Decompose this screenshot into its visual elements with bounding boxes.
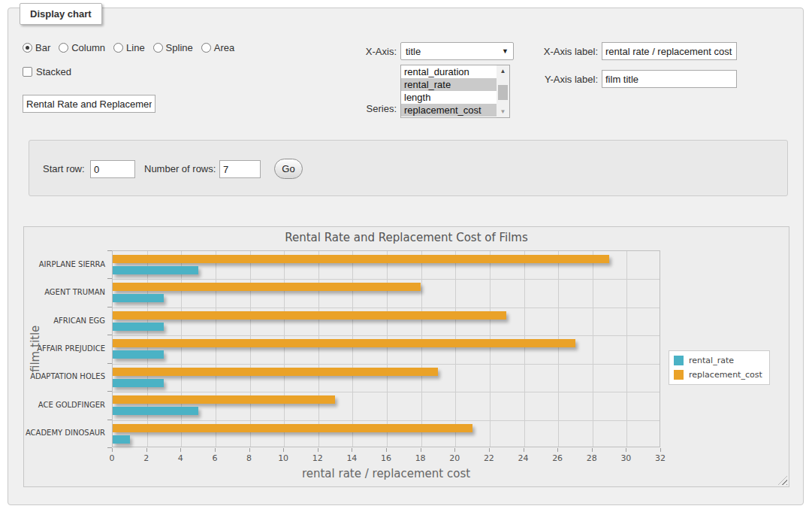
gridline-vertical [387,251,388,447]
y-axis-tick [107,420,112,420]
start-row-label: Start row: [43,163,85,174]
gridline-horizontal [113,392,660,392]
chart-title-input[interactable] [23,95,155,113]
row-range-panel: Start row: Number of rows: Go [29,140,788,196]
bar-replacement_cost [113,283,421,291]
x-axis-tick [180,448,181,452]
y-axis-tick [107,307,112,308]
gridline-horizontal [113,420,660,421]
panel-legend: Display chart [20,3,102,25]
y-axis-label-input[interactable] [602,70,737,88]
x-axis-tick-label: 18 [409,453,432,463]
radio-icon [201,43,211,53]
go-button[interactable]: Go [274,159,303,179]
category-label: ACADEMY DINOSAUR [24,429,105,437]
category-label: ACE GOLDFINGER [24,401,105,409]
x-axis-tick [386,448,387,452]
x-axis-tick [146,448,147,452]
display-chart-panel: Display chart Bar Column Line Spline Are… [8,8,804,505]
x-axis-tick [557,448,558,452]
x-axis-tick [352,448,352,452]
gridline-vertical [524,251,525,447]
y-axis-tick [107,278,112,279]
series-option-length[interactable]: length [401,91,497,104]
legend-label: rental_rate [689,356,734,365]
x-axis-select[interactable]: title ▼ [400,42,514,60]
series-option-replacement-cost[interactable]: replacement_cost [401,104,497,117]
x-axis-tick-label: 0 [101,453,123,463]
bar-rental_rate [113,350,164,359]
series-listbox[interactable]: rental_duration rental_rate length repla… [400,65,510,118]
gridline-vertical [250,251,251,447]
category-label: ADAPTATION HOLES [24,372,105,380]
x-axis-tick [215,448,216,452]
stacked-label: Stacked [36,66,71,77]
x-axis-tick [112,448,113,452]
bar-replacement_cost [113,368,438,376]
gridline-vertical [352,251,353,447]
scroll-down-icon[interactable]: ▼ [497,106,509,117]
series-option-rental-rate[interactable]: rental_rate [401,78,497,91]
x-axis-tick [524,448,524,452]
legend-label: replacement_cost [689,370,762,380]
bar-replacement_cost [113,311,506,320]
x-axis-tick [454,448,455,452]
x-axis-label-label: X-Axis label: [530,46,598,57]
chart-type-radio-bar[interactable]: Bar [23,42,50,53]
bar-rental_rate [113,379,164,387]
bar-rental_rate [113,323,164,331]
x-axis-tick [626,448,626,452]
gridline-horizontal [113,335,660,336]
category-label: AFFAIR PREJUDICE [24,344,105,353]
chart-type-radio-spline[interactable]: Spline [153,42,193,53]
series-select-label: Series: [339,103,397,114]
radio-icon [59,43,68,53]
y-axis-label-label: Y-Axis label: [530,74,598,85]
gridline-vertical [455,251,456,447]
x-axis-tick [318,448,318,452]
bar-replacement_cost [113,395,335,404]
scrollbar-thumb[interactable] [498,85,508,100]
resize-handle-icon[interactable] [778,476,787,485]
x-axis-tick-label: 20 [443,453,466,463]
legend-entry: rental_rate [674,356,762,365]
number-of-rows-input[interactable] [219,160,261,178]
series-option-rental-duration[interactable]: rental_duration [401,65,497,78]
category-label: AFRICAN EGG [24,317,105,325]
radio-label: Column [71,42,105,53]
chart-type-radio-column[interactable]: Column [59,42,105,53]
plot-grid [112,250,660,447]
gridline-vertical [421,251,422,447]
x-axis-tick [489,448,490,452]
gridline-vertical [181,251,182,447]
chevron-down-icon: ▼ [502,47,509,55]
bar-rental_rate [113,407,198,415]
bar-replacement_cost [113,255,609,263]
scroll-up-icon[interactable]: ▲ [497,65,509,77]
number-of-rows-label: Number of rows: [144,163,216,174]
legend-swatch-replacement_cost [674,370,684,380]
radio-icon [23,43,32,53]
stacked-checkbox[interactable]: Stacked [23,66,71,77]
gridline-vertical [284,251,285,447]
scrollbar[interactable]: ▲ ▼ [497,65,509,117]
x-axis-tick-label: 22 [478,453,500,463]
checkbox-icon [23,67,32,77]
gridline-vertical [593,251,593,447]
chart-type-radio-area[interactable]: Area [201,42,234,53]
bar-replacement_cost [113,424,472,432]
x-axis-tick-label: 30 [614,453,637,463]
chart-type-radio-line[interactable]: Line [113,42,145,53]
x-axis-tick-label: 2 [135,453,158,463]
chart-type-radiogroup: Bar Column Line Spline Area [23,42,234,53]
legend-entry: replacement_cost [674,370,762,380]
x-axis-tick [421,448,421,452]
gridline-vertical [147,251,148,447]
x-axis-tick [660,448,661,452]
x-axis-selected-value: title [406,46,502,57]
x-axis-label-input[interactable] [602,42,737,60]
bar-replacement_cost [113,339,575,347]
start-row-input[interactable] [90,160,135,178]
radio-label: Area [214,42,234,53]
y-axis-tick [107,363,112,364]
